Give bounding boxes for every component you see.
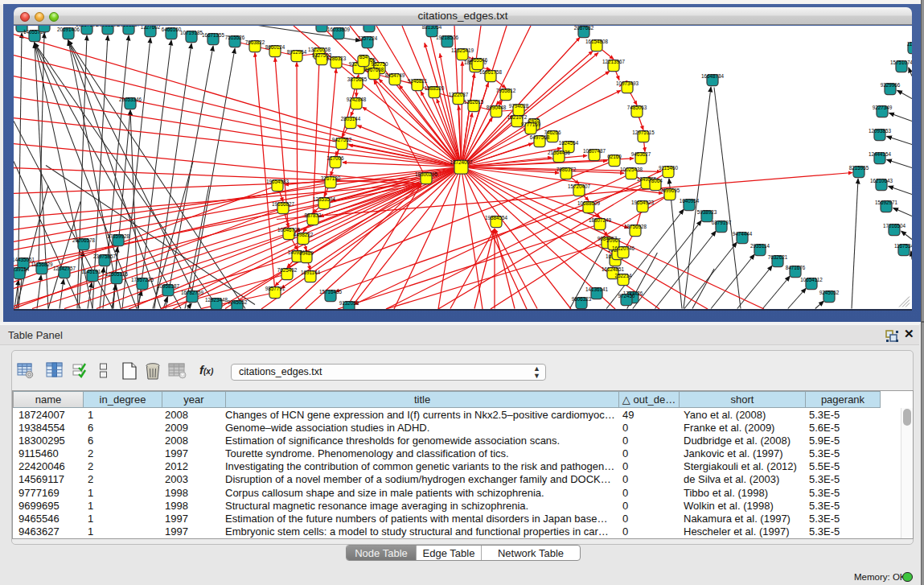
svg-text:16210643: 16210643: [870, 178, 893, 183]
svg-text:16033809: 16033809: [327, 27, 351, 32]
svg-text:14136141: 14136141: [585, 286, 609, 292]
svg-text:8990448: 8990448: [487, 105, 507, 110]
svg-text:9115460: 9115460: [659, 165, 679, 171]
svg-text:8813054: 8813054: [422, 26, 442, 30]
svg-text:7515526: 7515526: [225, 35, 245, 40]
svg-text:12342757: 12342757: [53, 266, 76, 271]
svg-text:9474444: 9474444: [733, 231, 753, 237]
svg-text:7663822: 7663822: [245, 39, 265, 45]
svg-text:19384554: 19384554: [485, 215, 508, 220]
svg-text:9132058: 9132058: [339, 300, 359, 306]
svg-text:4498222: 4498222: [294, 232, 314, 237]
svg-text:7625402: 7625402: [277, 267, 298, 273]
svg-text:1362615: 1362615: [464, 99, 484, 105]
svg-text:2803144: 2803144: [341, 116, 361, 122]
svg-text:19557195: 19557195: [76, 26, 99, 27]
svg-text:7955812: 7955812: [496, 88, 516, 93]
svg-text:18807249: 18807249: [589, 217, 612, 223]
svg-text:9857791: 9857791: [265, 286, 285, 291]
svg-text:20691406: 20691406: [57, 27, 80, 32]
svg-text:3267130: 3267130: [321, 175, 341, 181]
svg-text:6879197: 6879197: [712, 220, 732, 225]
svg-text:19654923: 19654923: [631, 200, 655, 205]
svg-text:2967608: 2967608: [364, 67, 384, 72]
svg-text:12505135: 12505135: [105, 271, 129, 277]
svg-text:8454749: 8454749: [385, 72, 405, 78]
svg-text:7485063: 7485063: [627, 105, 647, 110]
svg-text:8471676: 8471676: [786, 265, 806, 270]
svg-text:8215955: 8215955: [849, 165, 869, 171]
svg-text:16648784: 16648784: [701, 73, 725, 79]
svg-text:23975857: 23975857: [93, 253, 117, 259]
svg-text:1588520: 1588520: [425, 85, 445, 91]
svg-text:17957225: 17957225: [131, 277, 154, 282]
svg-text:6466160: 6466160: [162, 27, 182, 32]
svg-text:16782759: 16782759: [181, 290, 204, 295]
svg-text:10654112: 10654112: [800, 277, 823, 282]
svg-text:8186323: 8186323: [326, 56, 347, 61]
svg-text:17359928: 17359928: [107, 233, 130, 239]
svg-text:1621072: 1621072: [507, 114, 528, 120]
svg-text:11156829: 11156829: [31, 262, 53, 267]
svg-text:7632621: 7632621: [768, 254, 788, 260]
svg-text:252214: 252214: [614, 273, 632, 278]
svg-text:21364436: 21364436: [548, 150, 571, 155]
svg-text:9245052: 9245052: [819, 290, 840, 295]
svg-text:12444154: 12444154: [869, 151, 892, 157]
svg-text:15751074: 15751074: [890, 60, 912, 65]
svg-text:29053346: 29053346: [119, 97, 142, 102]
svg-text:7986372: 7986372: [556, 167, 577, 172]
svg-text:1322037: 1322037: [449, 92, 469, 97]
svg-text:20967: 20967: [606, 237, 621, 243]
svg-text:15692971: 15692971: [875, 200, 898, 205]
svg-text:1327602: 1327602: [141, 26, 161, 30]
svg-text:3875685: 3875685: [347, 76, 368, 82]
svg-text:10958187: 10958187: [157, 283, 180, 289]
svg-text:11128: 11128: [907, 41, 912, 47]
svg-text:78064: 78064: [648, 178, 663, 183]
svg-text:18724007: 18724007: [450, 159, 473, 164]
svg-text:9606323: 9606323: [572, 296, 592, 302]
svg-text:9427552: 9427552: [332, 137, 352, 142]
svg-text:19654983: 19654983: [266, 179, 290, 184]
svg-text:1691144: 1691144: [301, 270, 321, 275]
svg-text:9794028: 9794028: [509, 103, 529, 109]
svg-text:10025438: 10025438: [620, 167, 643, 172]
svg-text:2935114: 2935114: [750, 243, 770, 249]
svg-text:18300295: 18300295: [415, 171, 438, 177]
svg-text:9227349: 9227349: [873, 105, 893, 110]
svg-text:8912954: 8912954: [287, 49, 307, 55]
svg-text:9146821: 9146821: [408, 78, 428, 84]
svg-text:9777169: 9777169: [521, 122, 541, 127]
svg-text:10973493: 10973493: [616, 80, 639, 86]
svg-text:9463627: 9463627: [631, 151, 651, 157]
svg-text:16124851: 16124851: [602, 266, 625, 272]
svg-text:1624554: 1624554: [559, 140, 579, 146]
svg-text:10653287: 10653287: [117, 26, 141, 27]
svg-text:9465546: 9465546: [468, 57, 488, 63]
svg-text:19218506: 19218506: [436, 35, 459, 40]
svg-text:7357224: 7357224: [358, 35, 378, 41]
svg-text:12213967: 12213967: [602, 59, 626, 64]
svg-text:932750: 932750: [371, 61, 388, 67]
svg-text:2087682: 2087682: [574, 26, 594, 31]
svg-text:972450: 972450: [618, 293, 635, 299]
svg-text:9699695: 9699695: [660, 187, 680, 193]
svg-text:17016504: 17016504: [883, 223, 906, 229]
svg-text:10688609: 10688609: [577, 200, 601, 206]
svg-text:8660124: 8660124: [265, 44, 285, 50]
svg-text:16671355: 16671355: [202, 32, 225, 38]
svg-text:887833: 887833: [304, 212, 322, 218]
svg-text:15720407: 15720407: [568, 183, 591, 189]
svg-text:10807487: 10807487: [583, 148, 606, 154]
svg-text:12325419: 12325419: [451, 47, 474, 53]
svg-text:11451914: 11451914: [81, 269, 104, 274]
svg-text:19166827: 19166827: [272, 201, 295, 207]
svg-text:16961758: 16961758: [479, 69, 503, 75]
svg-text:12093853: 12093853: [869, 128, 892, 134]
svg-text:20206578: 20206578: [72, 237, 96, 243]
svg-text:9245052: 9245052: [228, 299, 248, 305]
svg-text:12923448: 12923448: [205, 297, 228, 303]
svg-text:1640954: 1640954: [680, 198, 700, 204]
svg-text:16154808: 16154808: [585, 39, 609, 44]
